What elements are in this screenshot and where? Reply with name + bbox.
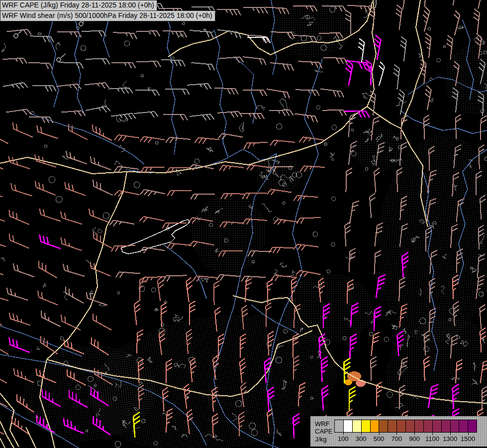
legend-swatch bbox=[353, 420, 362, 432]
map-title-cape: WRF CAPE (J/kg) Friday 28-11-2025 18:00 … bbox=[0, 0, 157, 11]
legend-tick-label: 700 bbox=[391, 435, 402, 443]
map-title-windshear: WRF Wind shear (m/s) 500/1000hPa Friday … bbox=[0, 10, 215, 21]
legend-swatch bbox=[362, 420, 371, 432]
legend-variable-label: CAPE bbox=[315, 428, 332, 435]
legend-tick-label: 1300 bbox=[443, 435, 457, 443]
legend-tick-label: 900 bbox=[409, 435, 420, 443]
legend-tick-label: 500 bbox=[374, 435, 385, 443]
legend-swatch bbox=[415, 420, 424, 432]
legend-units-label: J/kg bbox=[315, 436, 327, 443]
legend-swatch bbox=[371, 420, 380, 432]
cape-colored-patch bbox=[344, 379, 352, 385]
legend-color-scale bbox=[334, 420, 477, 433]
legend-tick-label: 100 bbox=[338, 435, 349, 443]
legend-swatch bbox=[459, 420, 468, 432]
legend-swatch bbox=[406, 420, 415, 432]
legend-swatch bbox=[468, 420, 477, 432]
legend-swatch bbox=[379, 420, 388, 432]
legend-swatch bbox=[388, 420, 397, 432]
legend-swatch bbox=[451, 420, 460, 432]
legend-tick-label: 300 bbox=[356, 435, 367, 443]
legend-tick-label: 1500 bbox=[461, 435, 475, 443]
legend-swatch bbox=[433, 420, 442, 432]
legend-swatch bbox=[442, 420, 451, 432]
cape-color-legend: WRF CAPE J/kg 10030050070090011001300150… bbox=[310, 416, 487, 447]
legend-swatch bbox=[397, 420, 406, 432]
legend-tick-label: 1100 bbox=[425, 435, 439, 443]
legend-swatch bbox=[344, 420, 353, 432]
legend-swatch bbox=[335, 420, 344, 432]
legend-swatch bbox=[424, 420, 433, 432]
cape-stipple-area bbox=[192, 194, 266, 274]
weather-map bbox=[0, 0, 487, 448]
legend-model-label: WRF bbox=[315, 421, 330, 427]
weather-map-viewport: WRF CAPE (J/kg) Friday 28-11-2025 18:00 … bbox=[0, 0, 487, 448]
